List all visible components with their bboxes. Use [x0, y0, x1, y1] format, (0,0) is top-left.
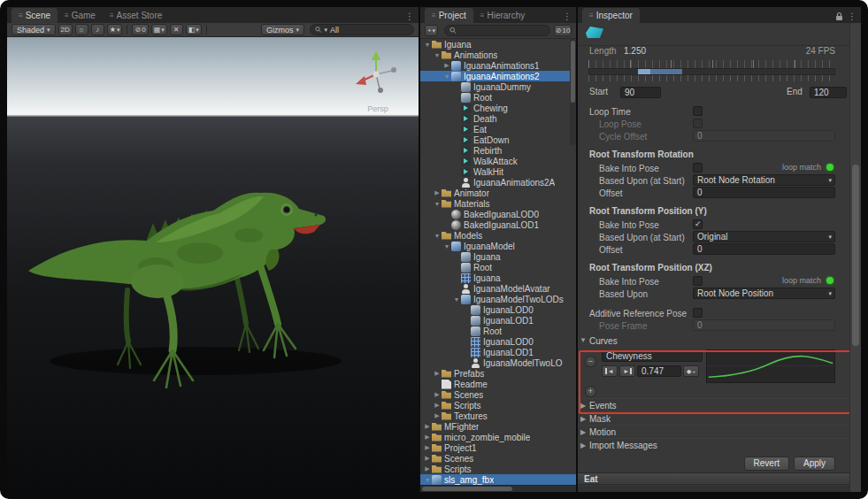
tree-item[interactable]: IguanaModel [420, 241, 576, 251]
expander-icon[interactable] [442, 73, 451, 80]
tree-item[interactable]: Animator [420, 188, 576, 198]
audio-toggle-button[interactable]: ♪ [91, 24, 104, 35]
end-field[interactable]: 120 [810, 87, 847, 98]
apply-button[interactable]: Apply [794, 457, 835, 471]
tree-item[interactable]: Death [420, 113, 576, 124]
gizmos-dropdown[interactable]: Gizmos ▾ [261, 24, 304, 35]
tree-item[interactable]: Iguana [420, 273, 576, 283]
tree-item[interactable]: Root [420, 326, 576, 336]
tree-item[interactable]: Textures [420, 411, 576, 421]
tree-item[interactable]: IguanaLOD0 [420, 304, 576, 315]
position-y-based-upon-dropdown[interactable]: Original▾ [693, 231, 835, 242]
inspector-foldout[interactable]: Events [578, 398, 849, 411]
tree-item[interactable]: IguanaAnimations2 [420, 71, 576, 81]
expander-icon[interactable] [423, 477, 432, 483]
tab-project[interactable]: ≡ Project [425, 8, 473, 23]
grid-settings-dropdown[interactable]: ▦▾ [151, 24, 167, 35]
2d-toggle-button[interactable]: 2D [58, 24, 73, 35]
tree-item[interactable]: IguanaModelTwoLO [420, 357, 576, 368]
revert-button[interactable]: Revert [744, 457, 789, 471]
tree-item[interactable]: Scenes [420, 389, 576, 400]
shading-mode-dropdown[interactable]: Shaded ▾ [12, 24, 56, 35]
inspector-foldout[interactable]: Motion [578, 425, 849, 438]
scene-search-input[interactable] [330, 26, 409, 35]
step-last-frame-button[interactable]: ► [619, 365, 635, 377]
tree-item[interactable]: Chewing [420, 103, 576, 113]
tree-item[interactable]: Project1 [420, 442, 576, 453]
curve-time-field[interactable]: 0.747 [637, 365, 681, 377]
expander-icon[interactable] [433, 391, 442, 398]
tree-item[interactable]: EatDown [420, 134, 576, 145]
tree-item[interactable]: IguanaLOD1 [420, 347, 576, 357]
orientation-gizmo[interactable] [353, 48, 403, 97]
expander-icon[interactable] [423, 434, 432, 441]
tree-item[interactable]: Scripts [420, 400, 576, 411]
tree-item[interactable]: Readme [420, 379, 576, 389]
expander-icon[interactable] [423, 42, 432, 48]
tree-item[interactable]: sls_amg_fbx [420, 474, 576, 485]
kebab-menu-icon[interactable]: ⋮ [563, 12, 572, 21]
bake-rotation-checkbox[interactable] [693, 163, 703, 173]
position-xz-based-upon-dropdown[interactable]: Root Node Position▾ [693, 288, 835, 299]
hidden-packages-button[interactable]: ⊘ 10 [554, 25, 572, 36]
tree-item[interactable]: Models [420, 230, 576, 241]
inspector-vertical-scrollbar[interactable] [849, 23, 861, 492]
tree-item[interactable]: micro_zombie_mobile [420, 432, 576, 442]
curve-preview[interactable] [706, 349, 835, 383]
curve-name-field[interactable]: Chewyness [602, 350, 703, 362]
project-search-field[interactable] [444, 25, 550, 36]
camera-settings-dropdown[interactable]: ◧▾ [186, 24, 202, 35]
project-vertical-scrollbar[interactable] [570, 39, 576, 145]
scrollbar-thumb[interactable] [571, 41, 575, 103]
expander-icon[interactable] [433, 402, 442, 409]
bake-position-xz-checkbox[interactable] [693, 276, 703, 286]
tree-item[interactable]: IguanaModelAvatar [420, 283, 576, 294]
expander-icon[interactable] [423, 423, 432, 430]
expander-icon[interactable] [433, 52, 442, 58]
tree-item[interactable]: IguanaModelTwoLODs [420, 294, 576, 304]
iguana-model[interactable] [23, 129, 359, 395]
tree-item[interactable]: IguanaLOD1 [420, 315, 576, 326]
preview-header[interactable]: Eat [578, 472, 861, 485]
rotation-based-upon-dropdown[interactable]: Root Node Rotation▾ [693, 174, 835, 186]
bake-position-y-checkbox[interactable]: ✓ [693, 219, 703, 229]
kebab-menu-icon[interactable]: ⋮ [848, 12, 856, 21]
project-horizontal-scrollbar[interactable] [420, 485, 576, 492]
inspector-foldout[interactable]: Import Messages [578, 438, 849, 451]
tree-item[interactable]: IguanaAnimations1 [420, 60, 576, 71]
tree-item[interactable]: MFighter [420, 421, 576, 432]
step-first-frame-button[interactable]: ◄ [602, 365, 618, 377]
expander-icon[interactable] [423, 444, 432, 451]
expander-icon[interactable] [433, 233, 442, 239]
tree-item[interactable]: Rebirth [420, 145, 576, 156]
loop-time-checkbox[interactable] [693, 106, 703, 116]
tree-item[interactable]: Iguana [420, 39, 576, 50]
expander-icon[interactable] [442, 62, 451, 69]
tree-item[interactable]: Root [420, 92, 576, 103]
position-y-offset-field[interactable]: 0 [693, 243, 835, 255]
tab-asset-store[interactable]: ≡ Asset Store [103, 8, 169, 23]
expander-icon[interactable] [423, 465, 432, 472]
expander-icon[interactable] [452, 296, 461, 303]
tree-item[interactable]: BakedIguanaLOD1 [420, 219, 576, 230]
tree-item[interactable]: Animations [420, 50, 576, 60]
rotation-offset-field[interactable]: 0 [693, 187, 835, 198]
tree-item[interactable]: IguanaAnimations2A [420, 177, 576, 188]
expander-icon[interactable] [433, 412, 442, 419]
add-key-button[interactable]: ◆+ [683, 365, 699, 377]
persp-label[interactable]: Persp [351, 104, 404, 113]
tree-item[interactable]: WalkHit [420, 166, 576, 177]
effects-dropdown[interactable]: ★▾ [107, 24, 123, 35]
kebab-menu-icon[interactable]: ⋮ [405, 12, 414, 21]
tree-item[interactable]: WalkAttack [420, 156, 576, 166]
tree-item[interactable]: Scripts [420, 464, 576, 474]
scene-visibility-button[interactable]: ⊘0 [132, 24, 148, 35]
tree-item[interactable]: Materials [420, 198, 576, 209]
scene-viewport[interactable]: Persp [7, 37, 419, 492]
scrollbar-thumb[interactable] [422, 487, 512, 491]
tab-game[interactable]: ≡ Game [58, 8, 103, 23]
tree-item[interactable]: Prefabs [420, 368, 576, 379]
tree-item[interactable]: Eat [420, 124, 576, 134]
tree-item[interactable]: Root [420, 262, 576, 273]
expander-icon[interactable] [442, 243, 451, 250]
